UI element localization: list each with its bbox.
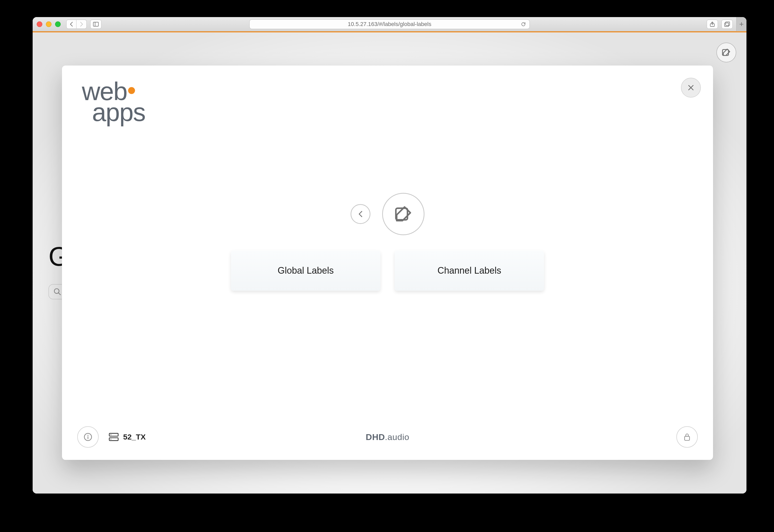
svg-point-15 [110,439,111,440]
nav-cards: Global Labels Channel Labels [231,250,544,291]
svg-line-7 [58,293,60,295]
sidebar-toggle-button[interactable] [90,20,101,29]
device-label: 52_TX [123,433,146,441]
brand-label: DHD.audio [366,432,410,442]
nav-card-channel-labels[interactable]: Channel Labels [395,250,544,291]
new-tab-button[interactable]: + [736,17,746,31]
svg-rect-4 [725,23,729,26]
window-controls [37,21,61,27]
svg-rect-0 [93,22,98,26]
nav-back-forward [66,20,87,29]
brand-rest: .audio [385,432,410,442]
navigation-modal: web• apps Global Labels [62,65,713,460]
back-button[interactable] [350,204,370,224]
nav-forward-button[interactable] [76,20,87,29]
window-close-button[interactable] [37,21,42,27]
share-button[interactable] [707,20,718,29]
brand-bold: DHD [366,432,385,442]
nav-back-button[interactable] [66,20,76,29]
url-text: 10.5.27.163/#/labels/global-labels [348,21,432,28]
svg-rect-3 [726,22,730,25]
modal-footer: 52_TX DHD.audio [62,426,713,448]
edit-icon[interactable] [716,43,736,62]
window-minimize-button[interactable] [46,21,51,27]
modal-center: Global Labels Channel Labels [231,193,544,291]
webapps-logo: web• apps [82,81,145,123]
browser-titlebar: 10.5.27.163/#/labels/global-labels + [33,17,746,31]
tabs-button[interactable] [722,20,733,29]
nav-card-global-labels[interactable]: Global Labels [231,250,380,291]
window-zoom-button[interactable] [55,21,61,27]
svg-rect-16 [685,436,689,441]
toolbar-right: + [707,17,742,31]
reload-icon[interactable] [521,22,526,27]
info-button[interactable] [77,426,99,448]
url-bar[interactable]: 10.5.27.163/#/labels/global-labels [249,19,530,29]
device-indicator: 52_TX [109,433,146,441]
logo-line2: apps [92,98,145,126]
nav-card-label: Global Labels [278,265,334,276]
device-icon [109,433,118,441]
modal-icon-row [350,193,425,235]
nav-card-label: Channel Labels [438,265,501,276]
close-button[interactable] [681,78,701,98]
logo-dot-icon: • [127,76,135,104]
browser-window: 10.5.27.163/#/labels/global-labels + G [33,17,746,494]
lock-button[interactable] [676,426,698,448]
page-content: G web• apps [33,32,746,494]
svg-point-10 [87,435,88,436]
svg-point-14 [110,434,111,435]
labels-section-icon [382,193,425,235]
